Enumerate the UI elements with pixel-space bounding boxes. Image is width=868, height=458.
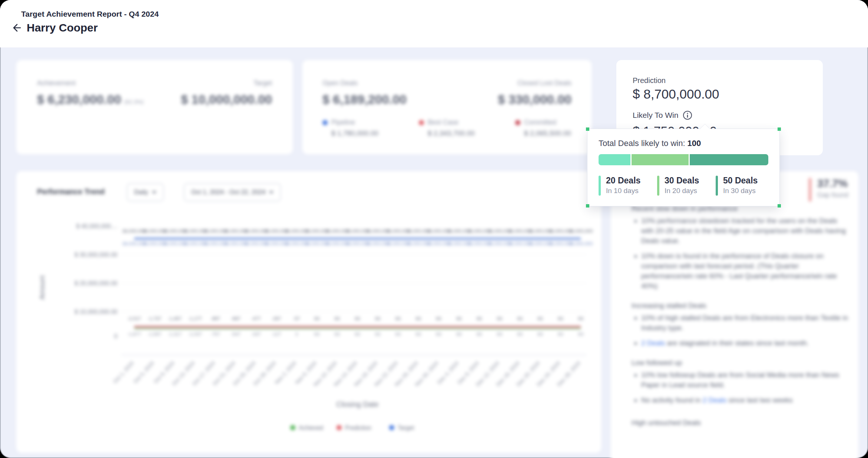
data-label: 63 <box>355 331 360 337</box>
report-title: Target Achievement Report - Q4 2024 <box>21 10 159 19</box>
best-case-label: Best Case <box>428 119 458 126</box>
data-label: 63 <box>537 316 543 321</box>
committed-item: Committed $ 2,065,500.00 <box>515 119 578 137</box>
data-label: 63 <box>578 331 583 337</box>
insights-text: Recent slow down in performance 10% perf… <box>632 204 850 430</box>
trend-chart: $ 40,000,000....$ 30,000,000.00$ 20,000,… <box>23 210 594 447</box>
tooltip-caret-icon <box>700 124 710 129</box>
data-label: -477 <box>251 316 261 321</box>
info-icon <box>683 110 692 120</box>
deals-window: In 30 days <box>723 187 758 195</box>
y-tick-label: 0 <box>114 333 117 339</box>
closed-lost-value: $ 330,000.00 <box>498 92 572 107</box>
insight-bullet: 10% down is found in the performance of … <box>641 251 850 291</box>
app-window: Target Achievement Report - Q4 2024 Harr… <box>0 0 868 458</box>
x-tick-label: Oct 1, 2024 <box>112 360 135 384</box>
achievement-label: Achievement <box>37 79 143 87</box>
performance-trend-title: Performance Trend <box>37 187 105 196</box>
prediction-label: Prediction <box>633 76 666 85</box>
page-header: Target Achievement Report - Q4 2024 Harr… <box>0 0 868 47</box>
data-label: -1,177 <box>188 316 202 321</box>
data-label: -1,597 <box>148 331 161 337</box>
target-label: Target <box>181 79 272 87</box>
insight-heading: Low followed up <box>632 358 850 368</box>
data-label: 63 <box>517 316 522 321</box>
back-arrow-icon <box>10 22 21 33</box>
committed-label: Committed <box>524 119 556 126</box>
committed-value: $ 2,065,500.00 <box>524 129 578 137</box>
data-label: 63 <box>314 331 319 337</box>
legend-tick-icon <box>599 176 601 196</box>
data-label: 38,000,000 <box>569 241 593 246</box>
pipeline-item: Pipeline $ 1,780,000.00 <box>322 119 385 137</box>
granularity-dropdown[interactable]: Daily <box>127 183 164 202</box>
data-label: -1,317 <box>168 331 182 337</box>
data-label: 63 <box>375 331 380 337</box>
page-title: Harry Cooper <box>27 21 98 34</box>
data-label: 63 <box>355 316 360 321</box>
deals-count: 50 Deals <box>723 176 758 186</box>
legend-tick-icon <box>716 176 718 196</box>
data-label: -547 <box>231 331 241 337</box>
data-label: -57 <box>293 316 300 321</box>
data-label: 63 <box>375 316 380 321</box>
tooltip-legend-item: 30 Deals In 20 days <box>657 176 716 196</box>
achievement-card: Achievement $ 6,230,000.00(62.3%) Target… <box>16 60 293 154</box>
pipeline-value: $ 1,780,000.00 <box>331 129 385 137</box>
selection-handle-icon <box>586 204 589 208</box>
deals-link[interactable]: 2 Deals <box>641 339 665 347</box>
legend-dot-icon <box>337 425 342 430</box>
data-label: 63 <box>497 316 502 321</box>
data-label: 63 <box>416 316 421 321</box>
deals-progress-bar <box>599 154 768 165</box>
deals-window: In 20 days <box>665 187 699 195</box>
chevron-down-icon <box>152 191 156 194</box>
likely-info-button[interactable] <box>683 110 692 120</box>
prediction-value: $ 8,700,000.00 <box>633 87 719 102</box>
data-label: 63 <box>558 316 563 321</box>
likely-to-win-tooltip: Total Deals likely to win:100 20 Deals I… <box>587 129 780 206</box>
target-value: $ 10,000,000.00 <box>181 92 272 107</box>
insight-bullet: 10% low followup Deals are from Social M… <box>641 370 850 390</box>
back-button[interactable] <box>10 21 22 34</box>
data-label: -687 <box>231 316 241 321</box>
deals-link[interactable]: 2 Deals <box>703 396 726 404</box>
best-case-value: $ 2,343,700.00 <box>428 129 482 137</box>
data-label: 63 <box>416 331 421 337</box>
data-label: 63 <box>314 316 319 321</box>
data-label: 38,000,000 <box>569 228 593 234</box>
insight-bullet: 10% of high stalled Deals are from Elect… <box>641 313 850 333</box>
date-range-dropdown[interactable]: Oct 1, 2024 - Oct 22, 2024 <box>184 183 281 202</box>
performance-trend-card: Performance Trend Daily Oct 1, 2024 - Oc… <box>16 171 601 453</box>
legend-dot-icon <box>290 425 295 430</box>
data-label: -1,737 <box>148 316 161 321</box>
legend-label: Target <box>398 425 414 431</box>
legend-dot-icon <box>389 425 394 430</box>
x-tick-label: Oct 5, 2024 <box>132 360 155 384</box>
x-tick-label: Oct 9, 2024 <box>153 360 176 384</box>
tooltip-legend-item: 20 Deals In 10 days <box>599 176 657 196</box>
best-case-dot-icon <box>419 120 424 125</box>
deals-count: 20 Deals <box>606 176 640 186</box>
data-label: 63 <box>395 316 401 321</box>
insight-bullet: 10% performance slowdown tracked for the… <box>641 216 850 246</box>
chevron-down-icon <box>269 191 274 194</box>
data-label: 63 <box>456 316 461 321</box>
legend-label: Achieved <box>299 425 323 431</box>
data-label: -2,017 <box>127 316 141 321</box>
data-label: -1,037 <box>188 331 202 337</box>
tooltip-legend-item: 50 Deals In 30 days <box>716 176 774 196</box>
progress-segment-10d <box>599 154 630 165</box>
y-tick-label: $ 30,000,000.00 <box>74 252 117 258</box>
data-label: 63 <box>456 331 461 337</box>
tooltip-total: 100 <box>688 139 701 148</box>
data-label: 63 <box>477 316 482 321</box>
data-label: -267 <box>271 316 281 321</box>
data-label: 63 <box>517 331 522 337</box>
legend-label: Prediction <box>345 425 371 431</box>
progress-segment-20d <box>632 154 689 165</box>
deals-count: 30 Deals <box>665 176 699 186</box>
y-tick-label: $ 20,000,000.00 <box>74 280 117 286</box>
pipeline-label: Pipeline <box>331 119 355 126</box>
data-label: 63 <box>436 331 441 337</box>
